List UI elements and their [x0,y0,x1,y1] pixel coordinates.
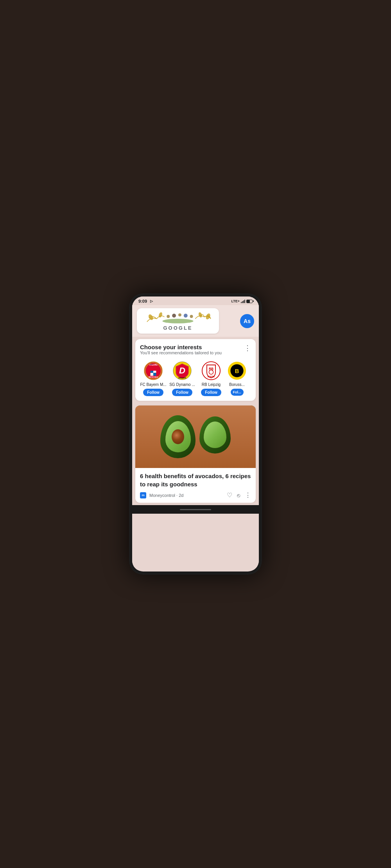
svg-text:DRESDEN: DRESDEN [178,377,186,379]
dynamo-svg: D DRESDEN [173,361,192,380]
status-right: LTE+ [231,299,253,303]
battery-icon [246,300,253,303]
news-actions: ♡ ⎋ ⋮ [227,491,251,499]
svg-point-2 [198,312,203,318]
svg-point-8 [190,315,193,318]
status-bar: 9:09 ▷ LTE+ [132,296,259,305]
team-item-rbleipzig: RB LEIPZIG RB Leipzig Follow [198,361,224,396]
interests-header: Choose your interests You'll see recomme… [140,344,251,359]
svg-point-6 [178,313,181,316]
svg-rect-19 [153,373,156,376]
team-item-fcbayern: MÜNCHEN FC BAYERN FC Bayern M... Follow [140,361,167,396]
doodle-svg [143,311,213,325]
news-title: 6 health benefits of avocados, 6 recipes… [140,472,251,488]
news-image [135,405,256,468]
follow-dynamo-button[interactable]: Follow [172,389,192,396]
teams-row: MÜNCHEN FC BAYERN FC Bayern M... Follow [140,361,251,396]
source-icon-letter: m [142,493,144,497]
team-item-dynamo: D DRESDEN SG Dynamo ... Follow [169,361,196,396]
avatar-initials: As [244,318,251,324]
follow-rbleipzig-button[interactable]: Follow [201,389,221,396]
bvb-logo: B [227,361,247,381]
svg-text:D: D [179,366,185,375]
fcbayern-logo: MÜNCHEN FC BAYERN [143,361,163,381]
rbleipzig-name: RB Leipzig [198,382,224,387]
svg-point-4 [167,315,170,318]
like-icon[interactable]: ♡ [227,491,232,499]
network-label: LTE+ [231,299,240,303]
svg-rect-18 [151,373,153,376]
news-card: 6 health benefits of avocados, 6 recipes… [135,405,256,503]
phone-frame: 9:09 ▷ LTE+ [129,293,262,575]
avocado-scene [135,405,256,468]
svg-point-7 [184,314,188,318]
media-icon: ▷ [150,299,153,303]
status-left: 9:09 ▷ [138,299,153,304]
svg-text:FC BAYERN: FC BAYERN [149,364,158,366]
follow-fcbayern-button[interactable]: Follow [143,389,163,396]
rbleipzig-svg: RB LEIPZIG [202,361,221,380]
follow-bvb-button[interactable]: Fol... [231,389,244,396]
avocado-pit [172,429,184,444]
rbleipzig-logo: RB LEIPZIG [201,361,221,381]
avocado-right-inner [204,421,226,448]
share-icon[interactable]: ⎋ [237,492,240,498]
svg-point-5 [172,314,176,318]
avocado-left [160,415,196,458]
signal-icon [241,299,245,303]
interests-title: Choose your interests [140,344,222,350]
interests-more-icon[interactable]: ⋮ [244,344,251,352]
source-name: Moneycontrol · 2d [149,493,183,498]
battery-fill [247,300,250,303]
svg-point-9 [162,319,193,323]
avocado-right-half [199,420,231,454]
svg-text:MÜNCHEN: MÜNCHEN [149,376,158,378]
news-meta: m Moneycontrol · 2d ♡ ⎋ ⋮ [140,491,251,499]
svg-text:LEIPZIG: LEIPZIG [208,376,215,378]
bvb-name: Boruss... [227,382,247,387]
screen-content: GOOGLE As Choose your interests You'll s… [132,305,259,570]
interests-title-group: Choose your interests You'll see recomme… [140,344,222,359]
interests-card: Choose your interests You'll see recomme… [135,339,256,401]
fcbayern-svg: MÜNCHEN FC BAYERN [144,361,163,380]
user-avatar[interactable]: As [240,314,254,328]
svg-text:B: B [235,368,239,374]
more-icon[interactable]: ⋮ [245,491,251,499]
bvb-svg: B [228,361,246,380]
phone-screen: 9:09 ▷ LTE+ [132,296,259,572]
source-icon: m [140,492,146,498]
interests-subtitle: You'll see recommendations tailored to y… [140,350,222,355]
doodle-text: GOOGLE [163,325,192,331]
team-item-bvb: B Boruss... Fol... [227,361,247,396]
avocado-right [199,416,231,454]
doodle-image [143,311,213,325]
fcbayern-name: FC Bayern M... [140,382,167,387]
avocado-outer [160,415,196,458]
bottom-nav-bar [132,505,259,514]
dynamo-name: SG Dynamo ... [169,382,196,387]
header-area: GOOGLE As [132,305,259,337]
time-display: 9:09 [138,299,147,304]
google-doodle[interactable]: GOOGLE [137,308,219,334]
dynamo-logo: D DRESDEN [172,361,192,381]
avocado-inner [165,421,191,452]
bottom-indicator [180,509,211,510]
news-body: 6 health benefits of avocados, 6 recipes… [135,468,256,503]
